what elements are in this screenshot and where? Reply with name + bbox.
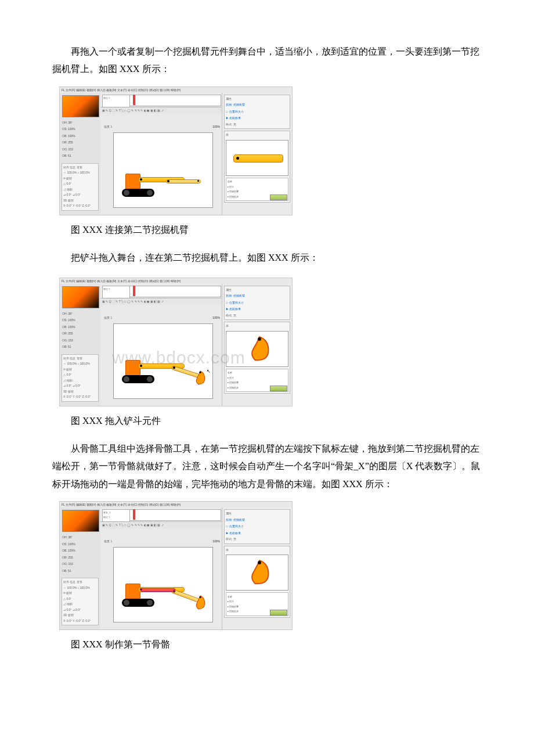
transform-scale: ↔ 100.0% ↕ 100.0% bbox=[63, 585, 97, 591]
transform-rotate-val: △ 0.0° bbox=[63, 596, 97, 602]
bucket-icon bbox=[194, 595, 207, 610]
color-b: OB: 100% bbox=[62, 133, 98, 140]
timeline-frames bbox=[129, 509, 221, 521]
properties-panel: 属性 实例: 挖掘机臂 ▷ 位置和大小 ▶ 色彩效果 样式: 无 bbox=[224, 509, 290, 544]
timeline-panel: 图层 1 bbox=[100, 93, 222, 107]
excavator-bucket bbox=[194, 595, 207, 610]
prop-possize: ▷ 位置和大小 bbox=[226, 523, 288, 530]
lib-col-name: 名称 bbox=[228, 179, 287, 185]
transform-rotate-val: △ 0.0° bbox=[63, 181, 97, 187]
properties-title: 属性 bbox=[226, 96, 288, 102]
library-panel: 库 名称 ▸ 挖斗 ▸ 挖掘机臂 ▸ 挖掘机身 bbox=[224, 546, 290, 618]
prop-possize: ▷ 位置和大小 bbox=[226, 300, 288, 307]
color-mixer-swatch bbox=[62, 286, 99, 308]
arm-joint-dot-2 bbox=[172, 366, 175, 369]
paragraph-2: 把铲斗拖入舞台，连在第二节挖掘机臂上。如图 XXX 所示： bbox=[52, 249, 482, 267]
transform-3d-val: X: 0.0° Y: 0.0° Z: 0.0° bbox=[63, 203, 97, 209]
color-b: OB: 100% bbox=[62, 324, 98, 331]
prop-coloreffect: ▶ 色彩效果 bbox=[226, 115, 288, 122]
transform-panel: 对齐 信息 变形 ↔ 100.0% ↕ 100.0% ⟳ 旋转 △ 0.0° ⊿… bbox=[62, 578, 99, 625]
timeline-panel: 图层 1 bbox=[100, 284, 222, 298]
figure-1: FL 文件(F) 编辑(E) 视图(V) 插入(I) 修改(M) 文本(T) 命… bbox=[59, 87, 293, 215]
color-s: OS: 100% bbox=[62, 541, 98, 548]
timeline-layer-armature: 骨架_1 bbox=[103, 510, 129, 515]
scene-label: 场景 1 bbox=[104, 124, 112, 130]
lib-item-1: ▸ 挖斗 bbox=[228, 599, 287, 604]
cursor-arrow-icon: ↖ bbox=[207, 367, 211, 376]
prop-instance: 实例: 挖掘机臂 bbox=[226, 517, 288, 524]
arm-joint-dot bbox=[140, 178, 142, 181]
prop-coloreffect: ▶ 色彩效果 bbox=[226, 306, 288, 313]
color-g: OG: 153 bbox=[62, 146, 98, 153]
bucket-icon bbox=[194, 370, 207, 386]
library-title: 库 bbox=[226, 548, 288, 553]
color-mixer-swatch bbox=[62, 510, 99, 532]
excavator-chassis bbox=[122, 599, 154, 607]
color-b: OB: 100% bbox=[62, 548, 98, 555]
color-values-list: OH: 38° OS: 100% OB: 100% OR: 255 OG: 15… bbox=[62, 311, 98, 351]
color-h: OH: 38° bbox=[62, 311, 98, 318]
transform-panel-title: 对齐 信息 变形 bbox=[63, 579, 97, 585]
transform-rotate-label: ⟳ 旋转 bbox=[63, 591, 97, 596]
timeline-frames bbox=[129, 286, 221, 297]
color-h: OH: 38° bbox=[62, 534, 98, 541]
caption-1: 图 XXX 连接第二节挖掘机臂 bbox=[52, 221, 482, 239]
right-panel-column: 属性 实例: 挖掘机臂 ▷ 位置和大小 ▶ 色彩效果 样式: 无 库 名称 ▸ … bbox=[222, 93, 292, 215]
transform-scale: ↔ 100.0% ↕ 100.0% bbox=[63, 361, 97, 367]
transform-panel: 对齐 信息 变形 ↔ 100.0% ↕ 100.0% ⟳ 旋转 △ 0.0° ⊿… bbox=[62, 354, 99, 402]
preview-bucket bbox=[248, 559, 270, 586]
color-values-list: OH: 38° OS: 100% OB: 100% OR: 255 OG: 15… bbox=[62, 534, 98, 574]
preview-arm bbox=[233, 154, 283, 163]
scene-label: 场景 1 bbox=[104, 539, 112, 545]
svg-point-0 bbox=[199, 371, 201, 373]
transform-panel-title: 对齐 信息 变形 bbox=[63, 165, 97, 171]
bucket-icon bbox=[248, 335, 270, 363]
prop-coloreffect: ▶ 色彩效果 bbox=[226, 530, 288, 537]
scene-label: 场景 1 bbox=[104, 315, 112, 321]
timeline-layer-1: 图层 1 bbox=[103, 515, 129, 520]
color-mixer-swatch bbox=[62, 95, 99, 117]
timeline-playhead bbox=[133, 286, 135, 296]
properties-title: 属性 bbox=[226, 287, 288, 293]
transform-rotate-label: ⟳ 旋转 bbox=[63, 367, 97, 373]
ik-bone-1 bbox=[140, 588, 175, 592]
color-b2: OB: 51 bbox=[62, 568, 98, 575]
prop-possize: ▷ 位置和大小 bbox=[226, 109, 288, 116]
zoom-level: 100% bbox=[212, 315, 220, 321]
lib-item-1: ▸ 挖斗 bbox=[228, 184, 287, 189]
prop-style: 样式: 无 bbox=[226, 537, 288, 542]
transform-skew-val: ⊿ 0.0° ⊿ 0.0° bbox=[63, 607, 97, 613]
transform-scale: ↔ 100.0% ↕ 100.0% bbox=[63, 170, 97, 176]
transform-rotate-val: △ 0.0° bbox=[63, 372, 97, 378]
preview-arm-dot bbox=[236, 157, 239, 160]
arm-joint-dot-2 bbox=[167, 180, 169, 182]
lib-col-name: 名称 bbox=[228, 370, 287, 376]
timeline-layers: 图层 1 bbox=[102, 95, 130, 107]
transform-3d-label: 3D 旋转 bbox=[63, 389, 97, 395]
color-s: OS: 100% bbox=[62, 317, 98, 324]
svg-point-1 bbox=[258, 337, 261, 341]
paragraph-3: 从骨骼工具组中选择骨骼工具，在第一节挖掘机臂的左端按下鼠标左键，拖放到第二节挖掘… bbox=[52, 440, 482, 493]
stage-canvas: ↖ bbox=[113, 323, 213, 399]
left-panel-column: OH: 38° OS: 100% OB: 100% OR: 255 OG: 15… bbox=[60, 93, 101, 215]
timeline-layers: 骨架_1 图层 1 bbox=[102, 509, 130, 522]
prop-instance: 实例: 挖掘机臂 bbox=[226, 102, 288, 109]
lib-item-1: ▸ 挖斗 bbox=[228, 375, 287, 380]
prop-style: 样式: 无 bbox=[226, 122, 288, 128]
color-r: OR: 255 bbox=[62, 555, 98, 561]
color-r: OR: 255 bbox=[62, 330, 98, 337]
bucket-icon bbox=[248, 559, 270, 586]
center-area: 图层 1 ▣ ✎ Q ⬚ ✎ T ╲ ⬭ ◯ ✎ ✎ ✎ ✎ ◐ ◼ ▣ ◧ ▦… bbox=[100, 284, 222, 406]
color-g: OG: 153 bbox=[62, 561, 98, 568]
center-area: 图层 1 ▣ ✎ Q ⬚ ✎ T ╲ ⬭ ◯ ✎ ✎ ✎ ✎ ◐ ◼ ▣ ◧ ▦… bbox=[100, 93, 222, 215]
lib-item-2: ▸ 挖掘机臂 bbox=[228, 604, 287, 609]
stage-wrapper: 场景 1 100% bbox=[100, 528, 222, 629]
prop-style: 样式: 无 bbox=[226, 313, 288, 319]
excavator-cab bbox=[125, 174, 140, 190]
properties-panel: 属性 实例: 挖掘机臂 ▷ 位置和大小 ▶ 色彩效果 样式: 无 bbox=[224, 95, 290, 129]
lib-item-2: ▸ 挖掘机臂 bbox=[228, 380, 287, 386]
excavator-arm-2 bbox=[166, 179, 201, 183]
timeline-layer-1: 图层 1 bbox=[103, 287, 129, 291]
center-area: 骨架_1 图层 1 ▣ ✎ Q ⬚ ✎ T ╲ ⬭ ◯ ✎ ✎ ✎ ✎ ◐ ◼ … bbox=[100, 507, 222, 629]
transform-rotate-label: ⟳ 旋转 bbox=[63, 176, 97, 182]
